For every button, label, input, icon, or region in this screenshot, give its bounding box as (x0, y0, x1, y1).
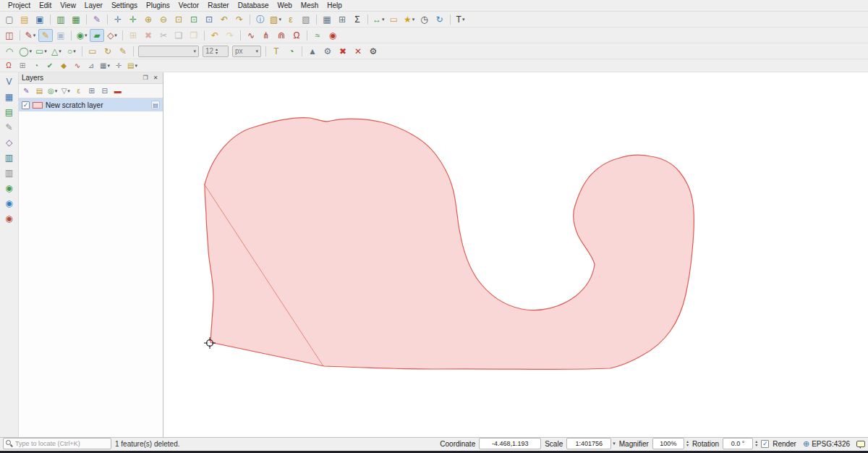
scale-dropdown-icon[interactable]: ▾ (613, 441, 616, 446)
layer-visibility-checkbox[interactable] (22, 101, 30, 109)
magnifier-spin[interactable]: ▴▾ (652, 438, 689, 449)
remove-layer-button[interactable]: ▬ (111, 85, 124, 97)
pan-to-selection-button[interactable]: ✛ (126, 13, 140, 26)
advanced-digitizing-panel-button[interactable]: ▦▾ (98, 60, 111, 71)
filter-by-expression-button[interactable]: ε (72, 85, 85, 97)
menu-project[interactable]: Project (4, 1, 34, 9)
identify-features-button[interactable]: ⓘ (253, 13, 268, 26)
reshape-features-button[interactable]: ∿ (244, 29, 258, 42)
advanced-digitizing-panel-dropdown[interactable]: ▾ (107, 63, 110, 69)
open-field-calculator-button[interactable]: ⊞ (335, 13, 349, 26)
panel-close-button[interactable]: ✕ (151, 74, 160, 82)
show-layout-manager-button[interactable]: ▦ (69, 13, 83, 26)
merge-features-button[interactable]: ⋒ (274, 29, 289, 42)
digitize-with-segment-dropdown[interactable]: ▾ (85, 33, 88, 38)
tracing-button[interactable]: ◉ (326, 29, 340, 42)
rotation-spin-arrows[interactable]: ▴▾ (755, 440, 757, 447)
draw-rectangle-button[interactable]: ▭▾ (34, 45, 48, 58)
undo-button[interactable]: ↶ (208, 29, 222, 42)
temporal-controller-button[interactable]: ◷ (417, 13, 432, 26)
layer-diagram-options-button[interactable]: ◔ (284, 45, 299, 58)
coordinate-input[interactable] (479, 438, 541, 449)
layout-add-dropdown[interactable]: ▾ (135, 63, 137, 69)
options-button[interactable]: ⚙ (366, 45, 380, 58)
menu-raster[interactable]: Raster (204, 1, 232, 9)
magnifier-input[interactable] (652, 438, 684, 449)
enable-tracing-button[interactable]: ∿ (71, 60, 84, 71)
new-bookmark-button[interactable]: ★▾ (402, 13, 417, 26)
zoom-to-selection-button[interactable]: ⊡ (187, 13, 201, 26)
statistical-summary-button[interactable]: Σ (350, 13, 365, 26)
draw-ellipse-dropdown[interactable]: ▾ (73, 48, 76, 54)
snapping-options-button[interactable]: Ω (289, 29, 304, 42)
delete-ring-button[interactable]: ✕ (351, 45, 365, 58)
pan-map-button[interactable]: ✛ (111, 13, 125, 26)
new-print-layout-button[interactable]: ▥ (54, 13, 68, 26)
menu-mesh[interactable]: Mesh (297, 1, 322, 9)
circular-string-button[interactable]: ◠ (2, 45, 17, 58)
text-annotation-dropdown[interactable]: ▾ (462, 17, 465, 22)
menu-view[interactable]: View (56, 1, 80, 9)
scale-input[interactable] (566, 438, 611, 449)
menu-vector[interactable]: Vector (175, 1, 203, 9)
manage-map-themes-dropdown[interactable]: ▾ (55, 88, 58, 94)
rotate-label-button[interactable]: ↻ (101, 45, 115, 58)
messages-button[interactable] (856, 441, 865, 447)
locate-input[interactable] (3, 438, 111, 449)
change-label-button[interactable]: ✎ (116, 45, 130, 58)
draw-rectangle-dropdown[interactable]: ▾ (44, 48, 47, 54)
layer-item-new-scratch-layer[interactable]: New scratch layer ▤ (19, 98, 163, 111)
add-polygon-feature-button[interactable]: ▰ (90, 29, 104, 42)
open-attribute-table-button[interactable]: ▦ (320, 13, 334, 26)
add-spatialite-layer-button[interactable]: ▥ (2, 166, 17, 179)
style-manager-button[interactable]: ✎ (90, 13, 104, 26)
refresh-map-button[interactable]: ↻ (433, 13, 447, 26)
menu-database[interactable]: Database (234, 1, 273, 9)
panel-undock-button[interactable]: ❐ (141, 74, 150, 82)
add-mesh-layer-button[interactable]: ▤ (2, 106, 17, 119)
add-group-button[interactable]: ▤ (33, 85, 46, 97)
zoom-in-button[interactable]: ⊕ (141, 13, 156, 26)
add-vector-layer-button[interactable]: V (2, 75, 17, 88)
scratch-polygon-feature[interactable] (205, 118, 694, 370)
draw-circle-button[interactable]: ◯▾ (17, 45, 33, 58)
select-features-dropdown[interactable]: ▾ (278, 17, 281, 22)
measure-line-button[interactable]: ↔▾ (371, 13, 386, 26)
zoom-full-button[interactable]: ⊡ (171, 13, 186, 26)
map-tips-button[interactable]: ▭ (387, 13, 401, 26)
add-xyz-layer-button[interactable]: ◉ (2, 212, 17, 225)
add-wms-layer-button[interactable]: ◉ (2, 182, 17, 195)
rotation-spin[interactable]: ▴▾ (723, 438, 757, 449)
draw-ellipse-button[interactable]: ○▾ (64, 45, 79, 58)
open-data-source-manager-button[interactable]: ◫ (2, 29, 17, 42)
map-canvas[interactable] (163, 72, 868, 437)
stream-digitizing-button[interactable]: ≈ (310, 29, 325, 42)
select-by-expression-button[interactable]: ε (284, 13, 298, 26)
draw-regular-polygon-dropdown[interactable]: ▾ (59, 48, 61, 54)
render-checkbox[interactable] (761, 440, 769, 448)
select-features-button[interactable]: ▧▾ (268, 13, 283, 26)
draw-circle-dropdown[interactable]: ▾ (29, 48, 32, 54)
layer-labeling-options-button[interactable]: T (269, 45, 284, 58)
new-3d-map-button[interactable]: ▲ (305, 45, 320, 58)
add-raster-layer-button[interactable]: ▦ (2, 90, 17, 103)
digitize-with-segment-button[interactable]: ◉▾ (75, 29, 89, 42)
measure-line-dropdown[interactable]: ▾ (382, 17, 385, 22)
open-project-button[interactable]: ▤ (17, 13, 32, 26)
filter-legend-button[interactable]: ▽▾ (59, 85, 72, 97)
processing-toolbox-button[interactable]: ⚙ (320, 45, 335, 58)
layout-add-button[interactable]: ▤▾ (126, 60, 139, 71)
rotation-input[interactable] (723, 438, 753, 449)
open-layer-styling-panel-button[interactable]: ✎ (20, 85, 33, 97)
scale-combo[interactable]: ▾ (566, 438, 616, 449)
zoom-out-button[interactable]: ⊖ (156, 13, 171, 26)
menu-plugins[interactable]: Plugins (142, 1, 174, 9)
filter-legend-dropdown[interactable]: ▾ (67, 88, 70, 94)
draw-regular-polygon-button[interactable]: △▾ (49, 45, 64, 58)
magnifier-spin-arrows[interactable]: ▴▾ (686, 440, 689, 447)
collapse-all-button[interactable]: ⊟ (98, 85, 111, 97)
memory-layer-indicator[interactable]: ▤ (151, 101, 160, 109)
split-features-button[interactable]: ⋔ (259, 29, 273, 42)
avoid-intersections-button[interactable]: ◆ (57, 60, 70, 71)
new-bookmark-dropdown[interactable]: ▾ (412, 17, 415, 22)
